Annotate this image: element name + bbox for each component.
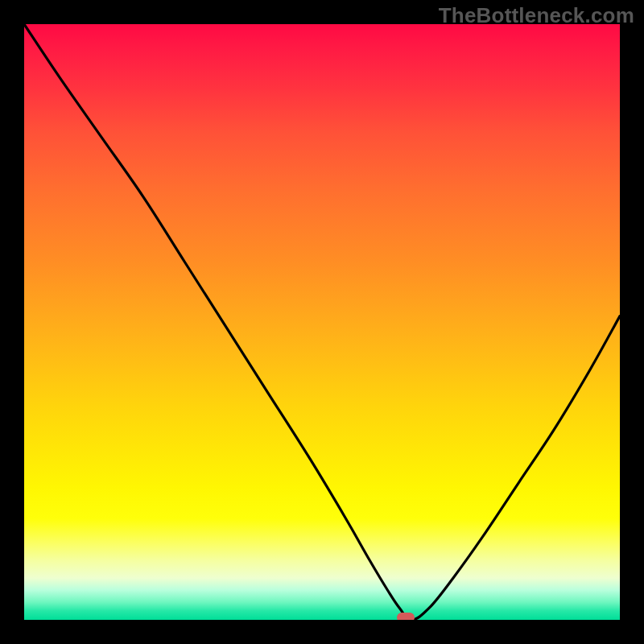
minimum-marker (397, 613, 415, 620)
chart-frame: TheBottleneck.com (0, 0, 644, 644)
watermark-text: TheBottleneck.com (439, 3, 634, 28)
curve-path (24, 24, 620, 620)
plot-area (24, 24, 620, 620)
bottleneck-curve (24, 24, 620, 620)
